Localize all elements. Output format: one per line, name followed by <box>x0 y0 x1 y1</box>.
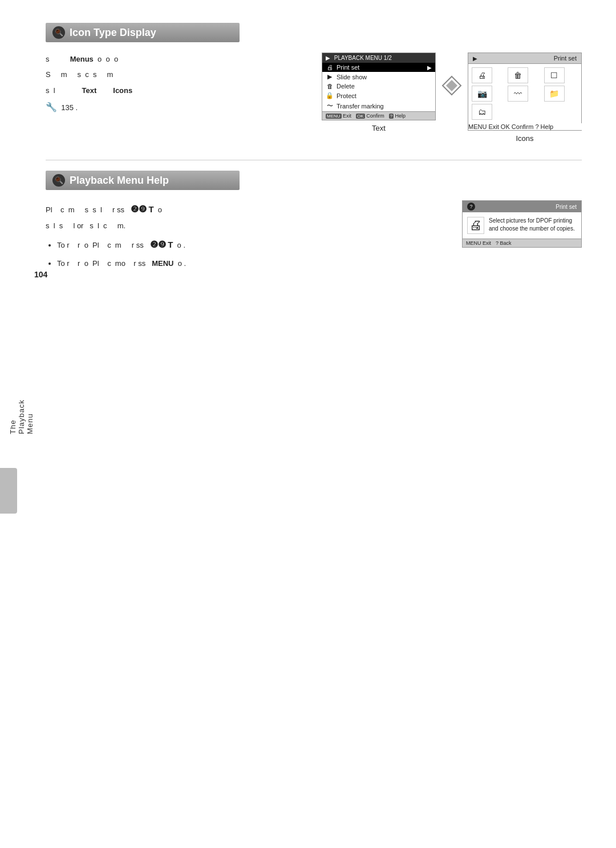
menu-item-printset[interactable]: 🖨 Print set ▶ <box>322 63 435 72</box>
text-text-label: Text <box>82 86 97 95</box>
text-s1: s <box>46 55 68 63</box>
protect-icon: 🔒 <box>326 92 334 99</box>
bullet1-pre: To r r o Pl c m r ss <box>57 241 148 249</box>
menu-title-bar: ▶ PLAYBACK MENU 1/2 <box>322 53 435 63</box>
menu-item-protect[interactable]: 🔒 Protect <box>322 91 435 100</box>
page-content: Icon Type Display s Menus o o o S m s c … <box>0 0 616 296</box>
section1-header: Icon Type Display <box>46 23 240 42</box>
menus-line2: S m s c s m <box>46 68 293 81</box>
icons-title-bar: ▶ Print set <box>468 53 581 64</box>
icons-screen: ▶ Print set 🖨 🗑 ☐ 📷 〰 📁 🗂 ME <box>468 53 582 131</box>
bullet2: To r r o Pl c mo r ss MENU o . <box>57 256 445 271</box>
bullet1-bold-icons: ❷❾ <box>150 240 166 249</box>
help-bullets: To r r o Pl c m r ss ❷❾ T o . To r r o P… <box>57 236 445 271</box>
playback-menu-screenshot: ▶ PLAYBACK MENU 1/2 🖨 Print set ▶ ▶ Slid… <box>322 53 436 120</box>
print-icon-help: 🖨 <box>467 217 484 234</box>
icons-footer: MENU Exit OK Confirm ? Help <box>468 123 582 130</box>
icons-grid: 🖨 🗑 ☐ 📷 〰 📁 🗂 <box>468 64 581 123</box>
menu-item-slideshow[interactable]: ▶ Slide show <box>322 72 435 82</box>
screenshots-row: ▶ PLAYBACK MENU 1/2 🖨 Print set ▶ ▶ Slid… <box>322 53 582 143</box>
bullet2-post: o . <box>176 259 186 268</box>
menu-item-delete[interactable]: 🗑 Delete <box>322 82 435 91</box>
help-screenshot-group: ? Print set 🖨 Select pictures for DPOF p… <box>462 200 582 248</box>
nav-arrow-icon <box>441 75 462 96</box>
help-title-bar: ? Print set <box>463 201 581 212</box>
help-T1: T <box>148 204 153 214</box>
menu-item-delete-label: Delete <box>337 83 355 90</box>
menu-help-btn: ? Help <box>389 113 406 119</box>
menu-item-transfer[interactable]: 〜 Transfer marking <box>322 100 435 111</box>
section-divider <box>46 160 582 160</box>
help-bold-icons1: ❷❾ <box>131 204 147 214</box>
section2-text: Pl c m s s l r ss ❷❾ T o s l s l or s l … <box>46 200 445 273</box>
help-exit-btn: MENU Exit <box>466 240 491 246</box>
icons-help-btn: ? Help <box>535 123 553 130</box>
side-tab <box>0 468 17 514</box>
icons-screen-title: Print set <box>554 55 577 62</box>
arrow-between-screens <box>440 75 463 96</box>
help-line2-text: s l s l or s l c m. <box>46 221 125 230</box>
text-icons-label: Icons <box>113 86 132 95</box>
section2-title: Playback Menu Help <box>70 175 169 187</box>
help-back-btn: ? Back <box>496 240 512 246</box>
menus-line1: s Menus o o o <box>46 53 293 66</box>
icon-cell-6: 📁 <box>544 86 565 102</box>
bullet1-post: o . <box>175 241 185 249</box>
menu-exit-btn: MENU Exit <box>326 113 351 119</box>
play-indicator-icons: ▶ <box>473 55 477 62</box>
help-footer: MENU Exit ? Back <box>463 239 581 247</box>
section1-body: s Menus o o o S m s c s m s l Text Icons… <box>46 53 582 143</box>
section2-icon <box>52 174 65 187</box>
icon-cell-4: 📷 <box>472 86 492 102</box>
help-pre1: Pl c m s s l r ss <box>46 205 128 214</box>
menu-confirm-btn: OK Confirm <box>356 113 384 119</box>
delete-icon: 🗑 <box>326 83 334 90</box>
bullet1-T: T <box>168 240 173 249</box>
help-screen-title: Print set <box>556 204 577 210</box>
section1-title: Icon Type Display <box>70 27 156 39</box>
menu-item-transfer-label: Transfer marking <box>337 103 384 110</box>
icons-screenshot-group: ▶ Print set 🖨 🗑 ☐ 📷 〰 📁 🗂 ME <box>468 53 582 143</box>
section2-header: Playback Menu Help <box>46 171 240 190</box>
help-icon: ? <box>467 203 475 211</box>
icon-cell-2: 🗑 <box>508 67 528 83</box>
text-sl: s l <box>46 86 80 95</box>
menus-line3: s l Text Icons <box>46 84 293 97</box>
menus-line4: 🔧 135 . <box>46 99 293 116</box>
menu-title: PLAYBACK MENU 1/2 <box>333 55 392 61</box>
menu-item-slideshow-label: Slide show <box>337 74 367 80</box>
icons-exit-btn: MENU Exit <box>468 123 499 130</box>
text-after-menus: o o o <box>95 55 118 63</box>
icon-cell-7: 🗂 <box>472 104 492 120</box>
section2-body: Pl c m s s l r ss ❷❾ T o s l s l or s l … <box>46 200 582 273</box>
text-menus: Menus <box>70 55 94 63</box>
menu-footer-text: MENU Exit OK Confirm ? Help <box>322 111 435 120</box>
sidebar-label: The Playback Menu <box>9 399 34 434</box>
icons-confirm-btn: OK Confirm <box>501 123 533 130</box>
menu-item-protect-label: Protect <box>337 92 356 99</box>
icons-label: Icons <box>516 134 533 143</box>
text-scscm: S m s c s m <box>46 70 113 79</box>
help-line2: s l s l or s l c m. <box>46 219 445 233</box>
text-screenshot-group: ▶ PLAYBACK MENU 1/2 🖨 Print set ▶ ▶ Slid… <box>322 53 436 132</box>
icon-ref: 🔧 <box>46 102 57 112</box>
bullet1: To r r o Pl c m r ss ❷❾ T o . <box>57 236 445 254</box>
print-icon-menu: 🖨 <box>326 64 334 71</box>
menu-arrow: ▶ <box>427 64 432 71</box>
transfer-icon: 〜 <box>326 102 334 110</box>
bullet2-menu: MENU <box>152 259 173 268</box>
play-indicator: ▶ <box>326 55 330 61</box>
text-label: Text <box>372 124 386 132</box>
icon-cell-3: ☐ <box>544 67 565 83</box>
page-number: 104 <box>34 270 47 279</box>
bullet2-pre: To r r o Pl c mo r ss <box>57 259 150 268</box>
menu-item-printset-label: Print set <box>337 64 359 71</box>
help-screen: ? Print set 🖨 Select pictures for DPOF p… <box>462 200 582 248</box>
help-description: Select pictures for DPOF printing and ch… <box>489 217 577 233</box>
help-post1: o <box>156 205 162 214</box>
icon-cell-5: 〰 <box>508 86 528 102</box>
section1-text: s Menus o o o S m s c s m s l Text Icons… <box>46 53 293 118</box>
help-body: 🖨 Select pictures for DPOF printing and … <box>463 212 581 239</box>
section1-icon <box>52 26 65 39</box>
text-spacer <box>99 86 111 95</box>
